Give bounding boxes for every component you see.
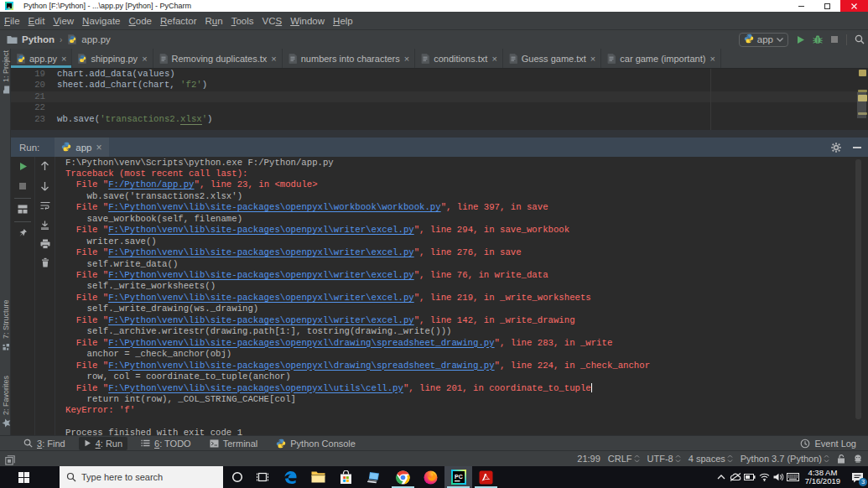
menu-vcs[interactable]: VCS (257, 16, 286, 26)
up-stack-trace-button[interactable] (35, 161, 55, 171)
taskbar-search-box[interactable]: Type here to search (60, 466, 223, 488)
battery-icon[interactable] (743, 474, 757, 480)
menu-help[interactable]: Help (329, 16, 357, 26)
stack-trace-link[interactable]: F:\Python\venv\lib\site-packages\openpyx… (108, 225, 414, 235)
onedrive-icon[interactable] (729, 473, 743, 481)
close-icon[interactable]: × (61, 55, 66, 63)
taskbar-app-file-explorer[interactable] (304, 466, 332, 488)
editor-line-23[interactable]: 23wb.save('transactions2.xlsx') (11, 114, 868, 125)
menu-run[interactable]: Run (201, 16, 227, 26)
unlock-icon[interactable] (837, 454, 845, 464)
hector-icon[interactable] (853, 454, 863, 464)
run-tab-app[interactable]: app × (55, 138, 108, 157)
editor-vscrollbar[interactable] (857, 92, 866, 118)
stack-trace-link[interactable]: F:\Python\venv\lib\site-packages\openpyx… (108, 270, 414, 280)
menu-view[interactable]: View (49, 16, 78, 26)
close-icon[interactable]: × (590, 55, 595, 63)
editor-tab-removing-duplicates.tx[interactable]: Removing duplicates.tx× (153, 49, 283, 68)
taskbar-app-acrobat[interactable] (472, 466, 500, 488)
menu-refactor[interactable]: Refactor (156, 16, 200, 26)
editor-line-21[interactable]: 21 (11, 91, 868, 102)
status-utf-8[interactable]: UTF-8 (647, 454, 681, 464)
menu-tools[interactable]: Tools (227, 16, 258, 26)
down-stack-trace-button[interactable] (35, 181, 55, 191)
action-center-button[interactable]: 3 (846, 466, 868, 488)
stop-button[interactable] (11, 182, 34, 190)
stack-trace-link[interactable]: F:\Python\venv\lib\site-packages\openpyx… (108, 202, 440, 212)
taskbar-app-firefox[interactable] (417, 466, 444, 488)
taskbar-app-chrome[interactable] (389, 466, 417, 488)
toolwindow-button-terminal[interactable]: Terminal (205, 437, 263, 450)
taskbar-clock[interactable]: 4:38 AM 7/16/2019 (805, 469, 840, 486)
restore-layout-button[interactable] (11, 205, 34, 214)
scroll-to-end-button[interactable] (35, 221, 55, 230)
wifi-icon[interactable] (757, 473, 772, 481)
editor-tab-guess-game.txt[interactable]: Guess game.txt× (503, 49, 601, 68)
close-icon[interactable]: × (271, 55, 276, 63)
hide-tool-window-icon[interactable] (853, 144, 861, 151)
toolwindow-button-4-run[interactable]: 4: Run (79, 437, 127, 450)
cortana-button[interactable] (223, 466, 251, 488)
close-icon[interactable]: × (491, 55, 496, 63)
toolwindow-button-6-todo[interactable]: 6: TODO (136, 437, 196, 450)
stop-button[interactable] (830, 35, 839, 44)
task-view-button[interactable] (248, 466, 276, 488)
menu-file[interactable]: File (0, 16, 24, 26)
clear-all-button[interactable] (35, 257, 55, 267)
run-button[interactable] (796, 35, 805, 44)
status-4-spaces[interactable]: 4 spaces (689, 454, 733, 464)
close-icon[interactable]: × (709, 55, 715, 63)
touch-keyboard-icon[interactable] (786, 473, 800, 481)
editor-run-splitter[interactable] (11, 130, 868, 138)
editor-tab-shipping.py[interactable]: shipping.py× (72, 49, 153, 68)
editor-line-19[interactable]: 19chart.add_data(values) (11, 69, 868, 80)
breadcrumb-item[interactable]: app.py (81, 34, 111, 44)
code-editor[interactable]: 19chart.add_data(values)20sheet.add_char… (11, 69, 868, 138)
rerun-button[interactable] (11, 162, 34, 171)
stripe-button-project[interactable]: 1: Project (1, 50, 11, 94)
stack-trace-link[interactable]: F:\Python\venv\lib\site-packages\openpyx… (108, 383, 403, 393)
taskbar-app-store[interactable] (332, 466, 360, 488)
pin-button[interactable] (11, 228, 34, 237)
menu-navigate[interactable]: Navigate (78, 16, 124, 26)
close-icon[interactable]: × (142, 55, 147, 63)
toolwindow-button-python-console[interactable]: Python Console (271, 437, 361, 450)
stack-trace-link[interactable]: F:\Python\venv\lib\site-packages\openpyx… (108, 361, 494, 371)
editor-line-20[interactable]: 20sheet.add_chart(chart, 'f2') (11, 80, 868, 91)
editor-tab-app.py[interactable]: app.py× (11, 49, 72, 68)
tray-chevron-up-icon[interactable] (715, 475, 729, 480)
print-button[interactable] (35, 239, 55, 249)
editor-tab-car-game-important-[interactable]: car game (important)× (601, 49, 721, 68)
toolwindow-button-3-find[interactable]: 3: Find (18, 437, 70, 450)
start-button[interactable] (0, 466, 47, 488)
run-configuration-select[interactable]: app (739, 33, 788, 47)
menu-window[interactable]: Window (286, 16, 329, 26)
close-icon[interactable]: × (96, 142, 101, 153)
stack-trace-link[interactable]: F:/Python/app.py (108, 179, 194, 189)
stack-trace-link[interactable]: F:\Python\venv\lib\site-packages\openpyx… (108, 315, 414, 325)
volume-icon[interactable] (772, 473, 786, 481)
breadcrumb-item[interactable]: Python (22, 34, 55, 44)
stack-trace-link[interactable]: F:\Python\venv\lib\site-packages\openpyx… (108, 338, 494, 348)
editor-tab-numbers-into-characters[interactable]: numbers into characters× (283, 49, 415, 68)
menu-code[interactable]: Code (125, 16, 157, 26)
close-icon[interactable]: × (404, 55, 409, 63)
settings-gear-icon[interactable] (831, 143, 841, 153)
menu-edit[interactable]: Edit (24, 16, 49, 26)
stack-trace-link[interactable]: F:\Python\venv\lib\site-packages\openpyx… (108, 293, 414, 303)
debug-button[interactable] (813, 34, 823, 44)
status-crlf[interactable]: CRLF (608, 454, 640, 464)
console-output[interactable]: F:\Python\venv\Scripts\python.exe F:/Pyt… (65, 158, 854, 434)
console-scrollbar[interactable] (855, 159, 861, 419)
toolwindow-button-event-log[interactable]: Event Log (795, 437, 861, 450)
stripe-button-structure[interactable]: 7: Structure (1, 299, 11, 350)
maximize-button[interactable] (814, 0, 840, 12)
editor-tab-conditions.txt[interactable]: conditions.txt× (415, 49, 503, 68)
editor-line-22[interactable]: 22 (11, 102, 868, 113)
close-button[interactable] (840, 0, 868, 12)
minimize-button[interactable] (788, 0, 814, 12)
taskbar-app-pc-display[interactable] (360, 466, 387, 488)
taskbar-app-edge[interactable] (277, 466, 304, 488)
soft-wrap-button[interactable] (35, 201, 55, 210)
stack-trace-link[interactable]: F:\Python\venv\lib\site-packages\openpyx… (108, 247, 414, 257)
